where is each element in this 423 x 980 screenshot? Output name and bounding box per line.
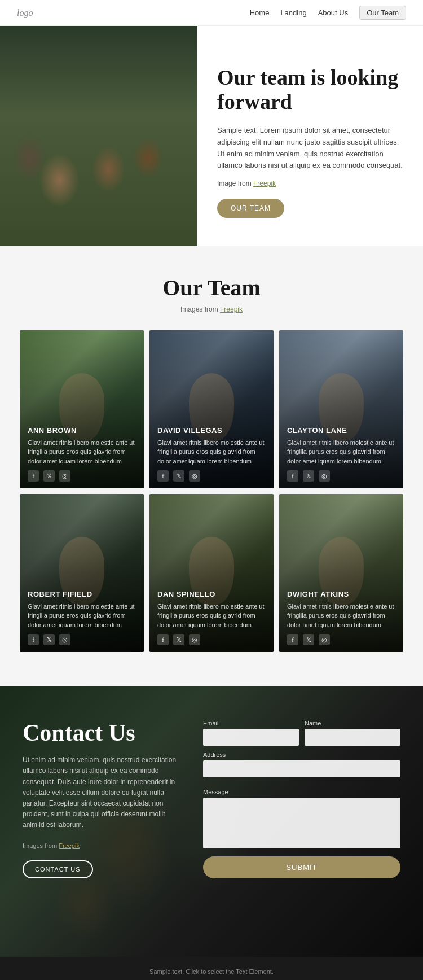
- team-card-clayton: CLAYTON LANE Glavi amet ritnis libero mo…: [279, 330, 403, 488]
- hero-content: Our team is looking forward Sample text.…: [197, 26, 423, 246]
- email-input[interactable]: [203, 729, 299, 746]
- team-member-desc-robert: Glavi amet ritnis libero molestie ante u…: [28, 602, 136, 630]
- hero-credit: Image from Freepik: [217, 180, 403, 187]
- hero-description: Sample text. Lorem ipsum dolor sit amet,…: [217, 125, 403, 172]
- logo: logo: [17, 8, 33, 18]
- contact-form: Email Name Address Message SUBMIT: [203, 720, 400, 878]
- twitter-icon-dwight[interactable]: 𝕏: [303, 634, 314, 645]
- team-section-credit: Images from Freepik: [20, 305, 403, 313]
- message-label: Message: [203, 789, 400, 795]
- team-credit-link[interactable]: Freepik: [220, 305, 243, 313]
- twitter-icon-david[interactable]: 𝕏: [173, 470, 184, 482]
- team-member-name-clayton: CLAYTON LANE: [287, 426, 395, 435]
- twitter-icon-ann[interactable]: 𝕏: [43, 470, 55, 482]
- team-card-david: DAVID VILLEGAS Glavi amet ritnis libero …: [149, 330, 274, 488]
- team-member-name-david: DAVID VILLEGAS: [157, 426, 266, 435]
- address-input[interactable]: [203, 760, 400, 777]
- team-card-dwight: DWIGHT ATKINS Glavi amet ritnis libero m…: [279, 494, 403, 652]
- hero-credit-link[interactable]: Freepik: [253, 180, 276, 187]
- team-card-content-robert: ROBERT FIFIELD Glavi amet ritnis libero …: [20, 582, 144, 653]
- facebook-icon-ann[interactable]: f: [28, 470, 39, 482]
- team-card-dan: DAN SPINELLO Glavi amet ritnis libero mo…: [149, 494, 274, 652]
- team-card-content-david: DAVID VILLEGAS Glavi amet ritnis libero …: [149, 418, 274, 489]
- nav-landing[interactable]: Landing: [280, 8, 306, 17]
- instagram-icon-clayton[interactable]: ◎: [319, 470, 330, 482]
- team-member-name-dwight: DWIGHT ATKINS: [287, 590, 395, 598]
- contact-credit-text: Images from: [23, 842, 57, 849]
- twitter-icon-dan[interactable]: 𝕏: [173, 634, 184, 645]
- team-socials-ann: f 𝕏 ◎: [28, 470, 136, 482]
- contact-button[interactable]: CONTACT US: [23, 860, 93, 878]
- facebook-icon-robert[interactable]: f: [28, 634, 39, 645]
- hero-credit-text: Image from: [217, 180, 252, 187]
- team-member-name-ann: ANN BROWN: [28, 426, 136, 435]
- form-group-email: Email: [203, 720, 299, 746]
- team-section-title: Our Team: [20, 274, 403, 301]
- facebook-icon-dwight[interactable]: f: [287, 634, 298, 645]
- nav-about[interactable]: About Us: [318, 8, 348, 17]
- team-card-ann: ANN BROWN Glavi amet ritnis libero moles…: [20, 330, 144, 488]
- team-member-name-dan: DAN SPINELLO: [157, 590, 266, 598]
- contact-title: Contact Us: [23, 720, 180, 746]
- contact-description: Ut enim ad minim veniam, quis nostrud ex…: [23, 755, 180, 830]
- team-member-name-robert: ROBERT FIFIELD: [28, 590, 136, 598]
- instagram-icon-robert[interactable]: ◎: [59, 634, 70, 645]
- team-member-desc-clayton: Glavi amet ritnis libero molestie ante u…: [287, 438, 395, 466]
- team-socials-robert: f 𝕏 ◎: [28, 634, 136, 645]
- form-group-address: Address: [203, 751, 400, 783]
- hero-image-placeholder: [0, 26, 197, 246]
- twitter-icon-robert[interactable]: 𝕏: [43, 634, 55, 645]
- contact-section: Contact Us Ut enim ad minim veniam, quis…: [0, 686, 423, 957]
- contact-credit: Images from Freepik: [23, 842, 180, 849]
- submit-button[interactable]: SUBMIT: [203, 856, 400, 878]
- instagram-icon-ann[interactable]: ◎: [59, 470, 70, 482]
- team-card-content-dan: DAN SPINELLO Glavi amet ritnis libero mo…: [149, 582, 274, 653]
- team-member-desc-ann: Glavi amet ritnis libero molestie ante u…: [28, 438, 136, 466]
- team-credit-text: Images from: [180, 305, 218, 313]
- team-member-desc-dwight: Glavi amet ritnis libero molestie ante u…: [287, 602, 395, 630]
- hero-section: Our team is looking forward Sample text.…: [0, 26, 423, 246]
- team-member-desc-david: Glavi amet ritnis libero molestie ante u…: [157, 438, 266, 466]
- contact-inner: Contact Us Ut enim ad minim veniam, quis…: [0, 686, 423, 912]
- facebook-icon-clayton[interactable]: f: [287, 470, 298, 482]
- name-input[interactable]: [305, 729, 400, 746]
- form-group-message: Message: [203, 789, 400, 848]
- hero-title: Our team is looking forward: [217, 65, 403, 115]
- team-card-content-dwight: DWIGHT ATKINS Glavi amet ritnis libero m…: [279, 582, 403, 653]
- nav-our-team[interactable]: Our Team: [359, 6, 406, 20]
- team-section: Our Team Images from Freepik ANN BROWN G…: [0, 246, 423, 686]
- email-label: Email: [203, 720, 299, 727]
- team-card-robert: ROBERT FIFIELD Glavi amet ritnis libero …: [20, 494, 144, 652]
- nav-home[interactable]: Home: [250, 8, 270, 17]
- nav-links: Home Landing About Us Our Team: [250, 6, 406, 20]
- name-label: Name: [305, 720, 400, 727]
- hero-image: [0, 26, 197, 246]
- contact-left: Contact Us Ut enim ad minim veniam, quis…: [23, 720, 180, 878]
- form-group-name: Name: [305, 720, 400, 746]
- team-socials-dan: f 𝕏 ◎: [157, 634, 266, 645]
- contact-credit-link[interactable]: Freepik: [59, 842, 80, 849]
- team-card-content-ann: ANN BROWN Glavi amet ritnis libero moles…: [20, 418, 144, 489]
- address-label: Address: [203, 751, 400, 758]
- team-member-desc-dan: Glavi amet ritnis libero molestie ante u…: [157, 602, 266, 630]
- team-socials-clayton: f 𝕏 ◎: [287, 470, 395, 482]
- instagram-icon-dan[interactable]: ◎: [189, 634, 200, 645]
- message-input[interactable]: [203, 798, 400, 848]
- instagram-icon-david[interactable]: ◎: [189, 470, 200, 482]
- hero-cta-button[interactable]: OUR TEAM: [217, 199, 284, 218]
- team-socials-david: f 𝕏 ◎: [157, 470, 266, 482]
- twitter-icon-clayton[interactable]: 𝕏: [303, 470, 314, 482]
- team-socials-dwight: f 𝕏 ◎: [287, 634, 395, 645]
- team-grid: ANN BROWN Glavi amet ritnis libero moles…: [20, 330, 403, 652]
- footer-text: Sample text. Click to select the Text El…: [149, 968, 274, 975]
- form-row-email-name: Email Name: [203, 720, 400, 746]
- facebook-icon-dan[interactable]: f: [157, 634, 169, 645]
- navbar: logo Home Landing About Us Our Team: [0, 0, 423, 26]
- facebook-icon-david[interactable]: f: [157, 470, 169, 482]
- team-card-content-clayton: CLAYTON LANE Glavi amet ritnis libero mo…: [279, 418, 403, 489]
- instagram-icon-dwight[interactable]: ◎: [319, 634, 330, 645]
- footer: Sample text. Click to select the Text El…: [0, 957, 423, 980]
